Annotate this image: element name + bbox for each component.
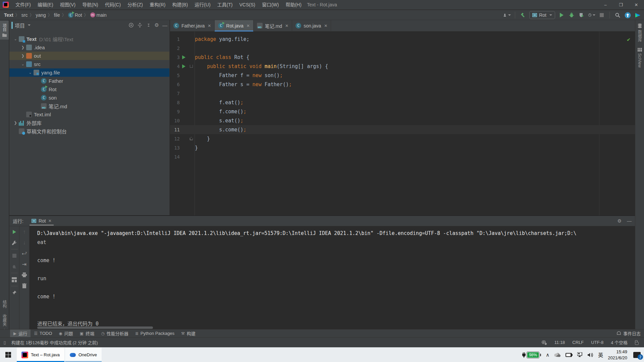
- run-button[interactable]: [558, 11, 565, 19]
- tool-window-run-button[interactable]: ▶运行: [10, 329, 31, 338]
- menu-item-4[interactable]: 代码(C): [102, 0, 124, 10]
- tree-item-Text.iml[interactable]: Text.iml: [9, 110, 169, 119]
- status-message[interactable]: 构建在 1秒126毫秒 中成功完成 (2 分钟 之前): [11, 339, 98, 346]
- code-line-6[interactable]: 6 Father s = new Father();: [170, 80, 635, 89]
- pin-icon[interactable]: [11, 290, 17, 296]
- hidden-icons-chevron[interactable]: ∧: [546, 352, 549, 358]
- code-line-13[interactable]: 13}: [170, 143, 635, 152]
- console-output[interactable]: D:\Java\bin\java.exe "-javaagent:D:\Inte…: [30, 226, 635, 329]
- search-everywhere-icon[interactable]: [614, 11, 621, 19]
- run-line-icon[interactable]: [180, 55, 188, 59]
- editor-tab-Rot.java[interactable]: CRot.java✕: [215, 20, 253, 31]
- tree-item-src[interactable]: ⌄src: [9, 60, 169, 68]
- translate-icon[interactable]: [541, 340, 547, 345]
- code-editor[interactable]: ✔ 1package yang.file;23public class Rot …: [170, 32, 635, 161]
- code-text[interactable]: f.eat();: [195, 100, 244, 106]
- menu-item-10[interactable]: VCS(S): [236, 0, 258, 10]
- menu-item-1[interactable]: 编辑(E): [34, 0, 57, 10]
- build-hammer-icon[interactable]: [519, 11, 527, 19]
- console-line-0[interactable]: D:\Java\bin\java.exe "-javaagent:D:\Inte…: [37, 229, 635, 238]
- code-line-12[interactable]: 12 }: [170, 134, 635, 143]
- code-with-me-icon[interactable]: [634, 11, 641, 19]
- menu-item-2[interactable]: 视图(V): [57, 0, 79, 10]
- collapse-all-icon[interactable]: [146, 22, 151, 28]
- tool-window-project-button[interactable]: 项目: [0, 21, 9, 40]
- tree-item-yang.file[interactable]: ⌄yang.file: [9, 68, 169, 77]
- console-line-5[interactable]: run: [37, 274, 635, 283]
- console-line-3[interactable]: come !: [37, 256, 635, 265]
- menu-item-11[interactable]: 窗口(W): [259, 0, 282, 10]
- clear-console-icon[interactable]: [21, 283, 28, 289]
- readonly-lock-icon[interactable]: [635, 342, 639, 345]
- menu-item-0[interactable]: 文件(F): [12, 0, 34, 10]
- start-button[interactable]: [0, 348, 16, 362]
- rerun-button[interactable]: [11, 229, 17, 235]
- code-text[interactable]: f.come();: [195, 109, 247, 115]
- tree-item-Rot[interactable]: CRot: [9, 85, 169, 94]
- code-text[interactable]: s.come();: [195, 127, 247, 133]
- profile-icon[interactable]: [503, 11, 511, 19]
- chevron-collapsed-icon[interactable]: ❯: [12, 121, 19, 125]
- code-line-14[interactable]: 14: [170, 152, 635, 161]
- menu-item-5[interactable]: 分析(Z): [124, 0, 146, 10]
- maximize-button[interactable]: ❒: [613, 0, 629, 10]
- code-text[interactable]: Father f = new son();: [195, 72, 283, 78]
- tree-item-草稿文件和控制台[interactable]: 草稿文件和控制台: [9, 127, 169, 135]
- console-line-1[interactable]: eat: [37, 238, 635, 247]
- fold-open-icon[interactable]: [190, 65, 193, 68]
- tool-window-toggle-icon[interactable]: ▯: [0, 340, 9, 345]
- project-panel-title[interactable]: 项目: [15, 22, 25, 29]
- code-line-8[interactable]: 8 f.eat();: [170, 98, 635, 107]
- taskbar-item-onedrive[interactable]: OneDrive: [65, 348, 102, 362]
- coverage-button[interactable]: [578, 11, 585, 19]
- editor-tab-Father.java[interactable]: CFather.java✕: [170, 20, 215, 31]
- stop-button[interactable]: [598, 11, 605, 19]
- code-line-2[interactable]: 2: [170, 44, 635, 53]
- console-line-4[interactable]: [37, 265, 635, 274]
- indent-indicator[interactable]: 4 个空格: [611, 339, 628, 346]
- fold-close-icon[interactable]: [190, 137, 193, 140]
- tool-window-event-log-button[interactable]: 事件日志: [613, 329, 644, 338]
- tool-window-problems-button[interactable]: ◉问题: [55, 329, 76, 338]
- action-center-icon[interactable]: 2: [633, 352, 641, 358]
- tool-window-structure-button[interactable]: 结构: [0, 297, 9, 311]
- console-line-7[interactable]: come !: [37, 292, 635, 301]
- code-line-4[interactable]: 4 public static void main(String[] args)…: [170, 62, 635, 71]
- editor-tab-son.java[interactable]: Cson.java✕: [292, 20, 331, 31]
- battery-widget[interactable]: 98%: [522, 352, 541, 358]
- menu-item-8[interactable]: 运行(U): [191, 0, 214, 10]
- profiler-button[interactable]: [588, 11, 595, 19]
- tree-item-.idea[interactable]: ❯.idea: [9, 43, 169, 52]
- code-line-9[interactable]: 9 f.come();: [170, 107, 635, 116]
- code-line-11[interactable]: 11 s.come();: [170, 125, 635, 134]
- settings-gear-icon[interactable]: ⚙: [155, 22, 159, 28]
- hide-panel-icon[interactable]: —: [162, 22, 167, 28]
- tree-item-out[interactable]: ❯out: [9, 52, 169, 60]
- breadcrumb-item-src[interactable]: src: [21, 12, 28, 18]
- menu-item-9[interactable]: 工具(T): [214, 0, 236, 10]
- run-configuration-select[interactable]: Rot: [529, 11, 555, 19]
- code-line-10[interactable]: 10 s.eat();: [170, 116, 635, 125]
- code-line-1[interactable]: 1package yang.file;: [170, 35, 635, 44]
- volume-tray-icon[interactable]: [588, 353, 593, 357]
- console-line-9[interactable]: [37, 310, 635, 319]
- code-text[interactable]: s.eat();: [195, 118, 244, 124]
- code-line-5[interactable]: 5 Father f = new son();: [170, 71, 635, 80]
- menu-item-3[interactable]: 导航(N): [79, 0, 101, 10]
- tool-window-todo-button[interactable]: ☰TODO: [31, 329, 55, 338]
- code-text[interactable]: package yang.file;: [195, 36, 250, 42]
- locate-file-icon[interactable]: [128, 22, 134, 28]
- caret-position[interactable]: 11:18: [554, 340, 565, 345]
- stop-button[interactable]: [11, 253, 17, 259]
- print-icon[interactable]: [21, 272, 28, 278]
- close-tab-icon[interactable]: ✕: [285, 23, 288, 28]
- soft-wrap-icon[interactable]: ⮐: [21, 250, 28, 256]
- tree-item-Father[interactable]: CFather: [9, 77, 169, 85]
- restart-debug-icon[interactable]: [11, 263, 17, 269]
- line-ending-indicator[interactable]: CRLF: [572, 340, 584, 345]
- console-line-2[interactable]: [37, 247, 635, 256]
- chevron-expanded-icon[interactable]: ⌄: [27, 70, 34, 75]
- close-tab-icon[interactable]: ✕: [208, 23, 211, 28]
- menu-item-6[interactable]: 重构(R): [146, 0, 169, 10]
- encoding-indicator[interactable]: UTF-8: [591, 340, 603, 345]
